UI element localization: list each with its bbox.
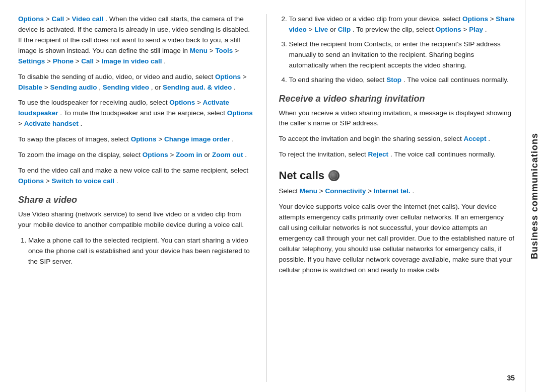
receive-heading: Receive a video sharing invitation	[279, 94, 515, 104]
link-options-3: Options	[169, 99, 195, 106]
link-options-1: Options	[18, 15, 44, 23]
sidebar-label: Business communications	[529, 133, 540, 259]
link-options-7: Options	[18, 177, 44, 185]
link-connectivity: Connectivity	[325, 187, 366, 195]
link-phone: Phone	[53, 57, 74, 65]
share-list: Make a phone call to the selected recipi…	[18, 236, 254, 267]
link-internet-tel: Internet tel.	[374, 187, 411, 195]
right-list-item-4: To end sharing the video, select Stop . …	[289, 75, 515, 86]
link-live: Live	[314, 26, 328, 33]
net-calls-body: Your device supports voice calls over th…	[279, 202, 515, 275]
link-play: Play	[469, 26, 483, 33]
link-menu-2: Menu	[300, 187, 317, 195]
link-change-image-order: Change image order	[164, 135, 230, 143]
link-accept: Accept	[463, 135, 486, 142]
right-column: To send live video or a video clip from …	[267, 14, 515, 382]
link-clip: Clip	[338, 26, 351, 33]
link-activate-handset: Activate handset	[24, 120, 79, 127]
link-reject: Reject	[368, 150, 389, 158]
link-sending-aud-video: Sending aud. & video	[163, 84, 232, 91]
left-para3: To use the loudspeaker for receiving aud…	[18, 98, 254, 129]
share-list-item-1: Make a phone call to the selected recipi…	[28, 236, 254, 267]
net-calls-heading: Net calls	[279, 169, 515, 182]
left-para2: To disable the sending of audio, video, …	[18, 72, 254, 93]
globe-icon	[328, 170, 339, 181]
right-list-item-2: To send live video or a video clip from …	[289, 14, 515, 35]
link-tools: Tools	[215, 47, 233, 54]
right-list: To send live video or a video clip from …	[279, 14, 515, 86]
link-zoom-in: Zoom in	[176, 151, 202, 159]
link-settings: Settings	[18, 57, 45, 65]
left-para6: To end the video call and make a new voi…	[18, 166, 254, 187]
link-options-2: Options	[215, 73, 241, 81]
link-options-9: Options	[436, 26, 461, 33]
left-para5: To zoom the image on the display, select…	[18, 150, 254, 161]
right-list-item-3: Select the recipient from Contacts, or e…	[289, 39, 515, 71]
link-call-1: Call	[51, 15, 64, 23]
link-menu-1: Menu	[190, 47, 208, 54]
left-para4: To swap the places of images, select Opt…	[18, 134, 254, 145]
link-switch-to-voice-call: Switch to voice call	[51, 177, 114, 185]
link-stop: Stop	[386, 76, 401, 84]
page-number: 35	[507, 374, 515, 382]
link-sending-video: Sending video	[103, 84, 149, 91]
main-content: Options > Call > Video call . When the v…	[0, 0, 525, 392]
link-options-5: Options	[131, 135, 157, 143]
share-a-video-heading: Share a video	[18, 195, 254, 205]
left-para1: Options > Call > Video call . When the v…	[18, 14, 254, 67]
sidebar: Business communications	[525, 0, 544, 392]
link-options-4: Options	[227, 109, 253, 117]
link-options-8: Options	[462, 15, 488, 23]
receive-para2: To accept the invitation and begin the s…	[279, 134, 515, 144]
receive-para1: When you receive a video sharing invitat…	[279, 108, 515, 129]
net-calls-menu-line: Select Menu > Connectivity > Internet te…	[279, 186, 515, 197]
link-videocall: Video call	[72, 15, 104, 23]
link-image-in-video-call: Image in video call	[102, 57, 162, 65]
receive-para3: To reject the invitation, select Reject …	[279, 149, 515, 160]
share-intro: Use Video sharing (network service) to s…	[18, 209, 254, 230]
link-zoom-out: Zoom out	[212, 151, 243, 159]
left-column: Options > Call > Video call . When the v…	[18, 14, 267, 382]
link-options-6: Options	[143, 151, 168, 159]
link-sending-audio: Sending audio	[50, 84, 97, 91]
link-disable: Disable	[18, 84, 42, 91]
link-call-2: Call	[81, 57, 94, 65]
